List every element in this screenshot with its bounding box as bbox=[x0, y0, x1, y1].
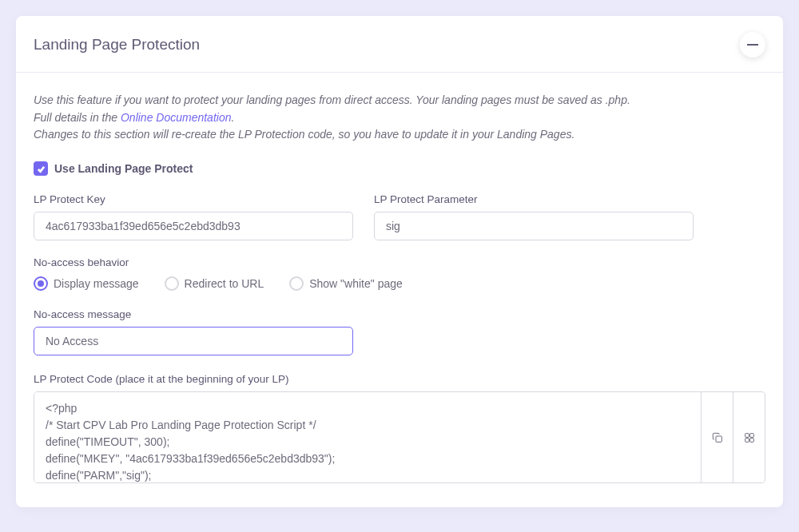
radio-display-label: Display message bbox=[54, 277, 139, 290]
lp-protect-key-group: LP Protect Key bbox=[34, 193, 353, 240]
svg-rect-2 bbox=[745, 433, 749, 437]
info-line-3: Changes to this section will re-create t… bbox=[34, 128, 574, 141]
radio-circle-icon bbox=[165, 276, 179, 291]
radio-dot-icon bbox=[38, 280, 44, 287]
key-param-row: LP Protect Key LP Protect Parameter bbox=[34, 193, 765, 240]
use-lp-protect-checkbox-row: Use Landing Page Protect bbox=[34, 161, 765, 176]
code-actions bbox=[702, 391, 765, 483]
no-access-behavior-section: No-access behavior Display message Redir… bbox=[34, 256, 765, 291]
behavior-radio-group: Display message Redirect to URL Show "wh… bbox=[34, 276, 765, 291]
lp-protect-param-label: LP Protect Parameter bbox=[374, 193, 694, 205]
lp-protect-code-label: LP Protect Code (place it at the beginni… bbox=[34, 373, 765, 385]
svg-rect-5 bbox=[749, 438, 753, 442]
card-body: Use this feature if you want to protect … bbox=[16, 73, 783, 507]
info-line-2a: Full details in the bbox=[34, 111, 121, 124]
radio-display-message[interactable]: Display message bbox=[34, 276, 139, 291]
collapse-button[interactable] bbox=[740, 32, 765, 58]
use-lp-protect-label: Use Landing Page Protect bbox=[54, 162, 193, 175]
info-text: Use this feature if you want to protect … bbox=[34, 92, 765, 144]
radio-redirect-url[interactable]: Redirect to URL bbox=[165, 276, 264, 291]
svg-rect-4 bbox=[745, 438, 749, 442]
lp-protection-card: Landing Page Protection Use this feature… bbox=[16, 16, 783, 507]
no-access-message-group: No-access message bbox=[34, 308, 765, 355]
grid-icon bbox=[743, 431, 756, 444]
svg-rect-0 bbox=[747, 44, 758, 46]
page-title: Landing Page Protection bbox=[34, 36, 200, 54]
lp-protect-code-group: LP Protect Code (place it at the beginni… bbox=[34, 373, 765, 483]
copy-icon bbox=[711, 431, 724, 444]
minus-icon bbox=[747, 44, 758, 46]
radio-circle-icon bbox=[34, 276, 48, 291]
svg-rect-3 bbox=[749, 433, 753, 437]
info-line-1: Use this feature if you want to protect … bbox=[34, 93, 630, 106]
no-access-behavior-label: No-access behavior bbox=[34, 256, 765, 268]
card-header: Landing Page Protection bbox=[16, 16, 783, 73]
check-icon bbox=[37, 165, 46, 173]
no-access-message-input[interactable] bbox=[34, 327, 353, 355]
lp-protect-key-input[interactable] bbox=[34, 212, 353, 240]
radio-white-label: Show "white" page bbox=[309, 277, 403, 290]
copy-code-button[interactable] bbox=[702, 391, 733, 483]
code-container bbox=[34, 391, 765, 483]
radio-circle-icon bbox=[289, 276, 304, 291]
expand-code-button[interactable] bbox=[733, 391, 765, 483]
svg-rect-1 bbox=[716, 436, 721, 442]
radio-white-page[interactable]: Show "white" page bbox=[289, 276, 403, 291]
lp-protect-code-textarea[interactable] bbox=[34, 391, 702, 483]
lp-protect-param-group: LP Protect Parameter bbox=[374, 193, 694, 240]
no-access-message-label: No-access message bbox=[34, 308, 765, 320]
lp-protect-param-input[interactable] bbox=[374, 212, 694, 240]
lp-protect-key-label: LP Protect Key bbox=[34, 193, 353, 205]
radio-redirect-label: Redirect to URL bbox=[185, 277, 264, 290]
use-lp-protect-checkbox[interactable] bbox=[34, 161, 48, 176]
info-line-2b: . bbox=[231, 111, 234, 124]
documentation-link[interactable]: Online Documentation bbox=[121, 111, 232, 124]
